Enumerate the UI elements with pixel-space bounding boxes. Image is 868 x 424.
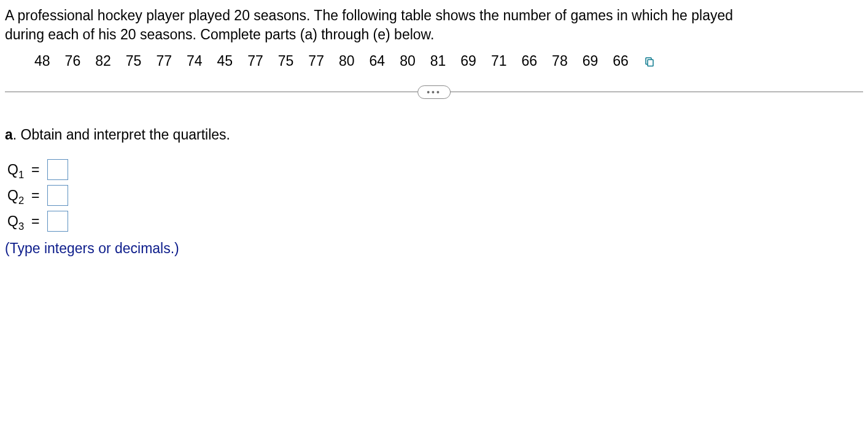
data-value: 78	[552, 53, 568, 69]
copy-data-icon[interactable]	[643, 56, 656, 67]
svg-rect-1	[648, 60, 653, 66]
more-icon: •••	[427, 87, 441, 97]
section-divider: •••	[5, 92, 863, 92]
q1-row: Q1 =	[7, 159, 863, 180]
data-value: 45	[217, 53, 233, 69]
data-value: 76	[65, 53, 81, 69]
data-value: 48	[34, 53, 50, 69]
prompt-line-1: A professional hockey player played 20 s…	[5, 7, 733, 23]
q2-input[interactable]	[47, 185, 68, 206]
equals-sign: =	[31, 187, 39, 204]
q2-label: Q2	[7, 187, 24, 204]
part-letter: a	[5, 127, 13, 143]
prompt-line-2: during each of his 20 seasons. Complete …	[5, 26, 434, 42]
q2-row: Q2 =	[7, 185, 863, 206]
expand-more-button[interactable]: •••	[417, 85, 451, 99]
data-value: 77	[308, 53, 324, 69]
data-value: 77	[156, 53, 172, 69]
q3-input[interactable]	[47, 211, 68, 232]
q3-row: Q3 =	[7, 211, 863, 232]
q3-label: Q3	[7, 213, 24, 230]
data-value: 66	[613, 53, 629, 69]
equals-sign: =	[31, 162, 39, 178]
data-value: 80	[339, 53, 355, 69]
data-value: 81	[430, 53, 446, 69]
data-value: 82	[95, 53, 111, 69]
data-value: 66	[522, 53, 538, 69]
data-values: 48 76 82 75 77 74 45 77 75 77 80 64 80 8…	[5, 53, 863, 69]
input-hint: (Type integers or decimals.)	[5, 240, 863, 257]
data-value: 64	[370, 53, 386, 69]
q1-label: Q1	[7, 162, 24, 178]
data-value: 75	[278, 53, 294, 69]
question-prompt: A professional hockey player played 20 s…	[5, 6, 863, 44]
data-value: 74	[187, 53, 203, 69]
data-value: 71	[491, 53, 507, 69]
q1-input[interactable]	[47, 159, 68, 180]
data-value: 75	[126, 53, 142, 69]
quartile-inputs: Q1 = Q2 = Q3 =	[7, 159, 863, 232]
data-value: 69	[583, 53, 599, 69]
part-a-heading: a. Obtain and interpret the quartiles.	[5, 127, 863, 143]
part-text: . Obtain and interpret the quartiles.	[13, 127, 230, 143]
data-value: 77	[247, 53, 263, 69]
data-value: 80	[400, 53, 416, 69]
data-value: 69	[460, 53, 476, 69]
equals-sign: =	[31, 213, 39, 230]
